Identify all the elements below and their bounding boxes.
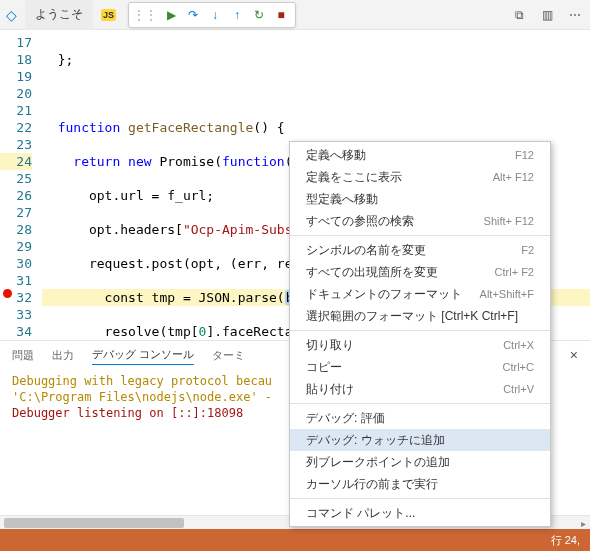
open-preview-icon[interactable]: ⧉ [510,6,528,24]
tab-problems[interactable]: 問題 [12,346,34,365]
scrollbar-thumb[interactable] [4,518,184,528]
ctx-peek-definition[interactable]: 定義をここに表示Alt+ F12 [290,166,550,188]
ctx-cut[interactable]: 切り取りCtrl+X [290,334,550,356]
scroll-right-arrow-icon[interactable]: ▸ [576,516,590,530]
status-cursor-pos[interactable]: 行 24, [551,533,580,548]
debug-toolbar: ⋮⋮ ▶ ↷ ↓ ↑ ↻ ■ [128,2,296,28]
tab-output[interactable]: 出力 [52,346,74,365]
step-into-button[interactable]: ↓ [205,5,225,25]
ctx-format-selection[interactable]: 選択範囲のフォーマット [Ctrl+K Ctrl+F] [290,305,550,327]
drag-grip-icon[interactable]: ⋮⋮ [133,8,157,22]
tab-bar: ◇ ようこそ JS ⋮⋮ ▶ ↷ ↓ ↑ ↻ ■ ⧉ ▥ ⋯ [0,0,590,30]
line-numbers: 171819202122232425262728293031323334 [0,30,42,340]
ctx-paste[interactable]: 貼り付けCtrl+V [290,378,550,400]
split-editor-icon[interactable]: ▥ [538,6,556,24]
context-menu: 定義へ移動F12 定義をここに表示Alt+ F12 型定義へ移動 すべての参照の… [289,141,551,527]
tab-debug-console[interactable]: デバッグ コンソール [92,345,194,365]
ctx-separator [290,330,550,331]
ctx-goto-type-definition[interactable]: 型定義へ移動 [290,188,550,210]
ctx-format-document[interactable]: ドキュメントのフォーマットAlt+Shift+F [290,283,550,305]
editor-actions: ⧉ ▥ ⋯ [510,6,584,24]
ctx-separator [290,235,550,236]
stop-button[interactable]: ■ [271,5,291,25]
ctx-debug-evaluate[interactable]: デバッグ: 評価 [290,407,550,429]
restart-button[interactable]: ↻ [249,5,269,25]
tab-title: ようこそ [35,6,83,23]
ctx-rename-symbol[interactable]: シンボルの名前を変更F2 [290,239,550,261]
ctx-run-to-cursor[interactable]: カーソル行の前まで実行 [290,473,550,495]
ctx-separator [290,498,550,499]
ctx-separator [290,403,550,404]
ctx-column-breakpoint[interactable]: 列ブレークポイントの追加 [290,451,550,473]
step-out-button[interactable]: ↑ [227,5,247,25]
vs-logo-icon: ◇ [6,7,17,23]
step-over-button[interactable]: ↷ [183,5,203,25]
ctx-change-all-occurrences[interactable]: すべての出現箇所を変更Ctrl+ F2 [290,261,550,283]
ctx-command-palette[interactable]: コマンド パレット... [290,502,550,524]
ctx-goto-definition[interactable]: 定義へ移動F12 [290,144,550,166]
panel-close-icon[interactable]: × [570,347,578,363]
more-actions-icon[interactable]: ⋯ [566,6,584,24]
tab-terminal[interactable]: ターミ [212,346,245,365]
continue-button[interactable]: ▶ [161,5,181,25]
ctx-debug-add-watch[interactable]: デバッグ: ウォッチに追加 [290,429,550,451]
js-badge-icon: JS [101,9,116,21]
ctx-find-all-references[interactable]: すべての参照の検索Shift+ F12 [290,210,550,232]
tab-welcome[interactable]: ようこそ [25,0,93,30]
status-bar: 行 24, [0,529,590,551]
ctx-copy[interactable]: コピーCtrl+C [290,356,550,378]
